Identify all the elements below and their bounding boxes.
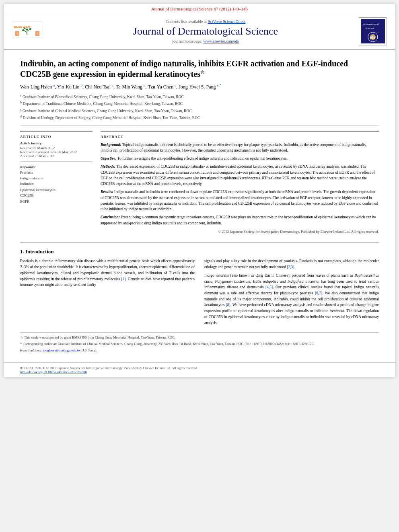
journal-citation-text: Journal of Dermatological Science 67 (20… [151, 6, 248, 11]
keywords-section: Keywords: Psoriasis Indigo naturalis Ind… [20, 165, 93, 204]
article-title: Indirubin, an acting component of indigo… [20, 58, 379, 79]
abstract-conclusion: Conclusion: Except being a common therap… [101, 214, 379, 226]
ref8-link[interactable]: [8] [226, 303, 230, 307]
footnotes: ☆ This study was supported by grant BMRP… [20, 332, 379, 353]
footer-issn: 0923-1811/$36.00 © 2012 Japanese Society… [20, 366, 379, 370]
history-label: Article history: [20, 141, 93, 145]
abstract-label: Abstract [101, 135, 379, 139]
keyword-6: EGFR [20, 199, 93, 204]
abstract-methods-label: Methods: [101, 164, 115, 168]
ref1-link[interactable]: [1] [121, 277, 125, 281]
intro-left-column: Psoriasis is a chronic inflammatory skin… [20, 258, 195, 328]
keywords-label: Keywords: [20, 165, 93, 169]
section-divider [20, 242, 379, 243]
email-link[interactable]: jonghwei@mail.cgu.edu.tw [43, 348, 80, 352]
page-footer: 0923-1811/$36.00 © 2012 Japanese Society… [4, 362, 395, 377]
svg-text:ELSEVIER: ELSEVIER [14, 25, 30, 29]
abstract-text: Background: Topical indigo naturalis oin… [101, 142, 379, 235]
abstract-objective: Objective: To further investigate the an… [101, 156, 379, 161]
ref45-link[interactable]: [4,5] [265, 285, 273, 289]
abstract-background-label: Background: [101, 143, 121, 147]
introduction-heading: 1. Introduction [20, 249, 379, 255]
footnote-star: ☆ This study was supported by grant BMRP… [20, 335, 379, 340]
keyword-3: Indirubin [20, 181, 93, 187]
abstract-conclusion-text: Except being a common therapeutic target… [101, 215, 376, 225]
sciverse-line: Contents lists available at SciVerse Sci… [52, 19, 359, 24]
intro-right-text-2: Indigo naturalis (also known as Qing Dai… [204, 273, 379, 326]
intro-left-text: Psoriasis is a chronic inflammatory skin… [20, 258, 195, 288]
journal-title: Journal of Dermatological Science [52, 25, 359, 37]
abstract-results-text: Indigo naturalis and indirubin were conf… [101, 190, 378, 211]
keywords-list: Psoriasis Indigo naturalis Indirubin Epi… [20, 170, 93, 204]
ref23-link[interactable]: [2,3] [287, 265, 294, 269]
journal-logo-box: dermatological science jds [359, 17, 387, 45]
svg-text:science: science [366, 27, 374, 29]
abstract-objective-label: Objective: [101, 156, 117, 160]
ref67-link[interactable]: [6,7] [315, 291, 322, 295]
svg-point-6 [22, 29, 25, 31]
sciverse-link[interactable]: SciVerse ScienceDirect [208, 19, 246, 24]
abstract-section: Abstract Background: Topical indigo natu… [101, 131, 379, 235]
authors-line: Wan-Ling Hsieh a, Yin-Ku Lin b, Chi-Neu … [20, 83, 379, 90]
homepage-url[interactable]: www.elsevier.com/jds [203, 39, 239, 43]
article-info-column: Article Info Article history: Received 6… [20, 131, 93, 237]
affiliations: a Graduate Institute of Biomedical Scien… [20, 93, 379, 126]
abstract-column: Abstract Background: Topical indigo natu… [101, 131, 379, 237]
abstract-background-text: Topical indigo naturalis ointment is cli… [101, 143, 366, 152]
intro-right-column: signals and play a key role in the devel… [204, 258, 379, 328]
accepted-date: Accepted 25 May 2012 [20, 154, 93, 158]
keyword-4: Epidermal keratinocytes [20, 187, 93, 193]
introduction-content: Psoriasis is a chronic inflammatory skin… [20, 258, 379, 328]
abstract-objective-text: To further investigate the anti-prolifer… [117, 156, 288, 160]
abstract-results: Results: Indigo naturalis and indirubin … [101, 189, 379, 212]
abstract-copyright: © 2012 Japanese Society for Investigativ… [101, 229, 379, 235]
footer-doi[interactable]: http://dx.doi.org/10.1016/j.jdermsci.201… [20, 370, 87, 374]
svg-point-8 [24, 27, 26, 29]
abstract-methods-text: The decreased expression of CDC25B in in… [101, 164, 375, 186]
svg-text:dermatological: dermatological [363, 23, 378, 25]
footnote-corresponding: * Corresponding author at: Graduate Inst… [20, 341, 379, 347]
article-info-section: Article Info Article history: Received 6… [20, 131, 93, 162]
keyword-5: CDC25B [20, 193, 93, 198]
abstract-conclusion-label: Conclusion: [101, 215, 120, 219]
received-revised-date: Received in revised form 20 May 2012 [20, 150, 93, 154]
keyword-1: Psoriasis [20, 170, 93, 175]
keyword-2: Indigo naturalis [20, 175, 93, 181]
abstract-results-label: Results: [101, 190, 113, 194]
article-body: Indirubin, an acting component of indigo… [4, 50, 395, 362]
journal-header: ELSEVIER Contents lists available at [4, 13, 395, 50]
footnote-email: E-mail address: jonghwei@mail.cgu.edu.tw… [20, 348, 379, 353]
article-info-label: Article Info [20, 135, 93, 139]
elsevier-logo: ELSEVIER [12, 20, 44, 43]
abstract-methods: Methods: The decreased expression of CDC… [101, 164, 379, 187]
page: Journal of Dermatological Science 67 (20… [4, 4, 395, 377]
introduction-section: 1. Introduction Psoriasis is a chronic i… [20, 249, 379, 328]
journal-center: Contents lists available at SciVerse Sci… [52, 19, 359, 43]
received-date: Received 6 March 2012 [20, 146, 93, 150]
journal-homepage: journal homepage: www.elsevier.com/jds [52, 39, 359, 43]
svg-point-9 [26, 29, 28, 30]
abstract-background: Background: Topical indigo naturalis oin… [101, 142, 379, 154]
svg-point-7 [29, 28, 31, 30]
journal-citation-bar: Journal of Dermatological Science 67 (20… [4, 4, 395, 13]
svg-text:jds: jds [370, 35, 375, 39]
intro-right-text: signals and play a key role in the devel… [204, 258, 379, 270]
article-info-abstract: Article Info Article history: Received 6… [20, 131, 379, 237]
